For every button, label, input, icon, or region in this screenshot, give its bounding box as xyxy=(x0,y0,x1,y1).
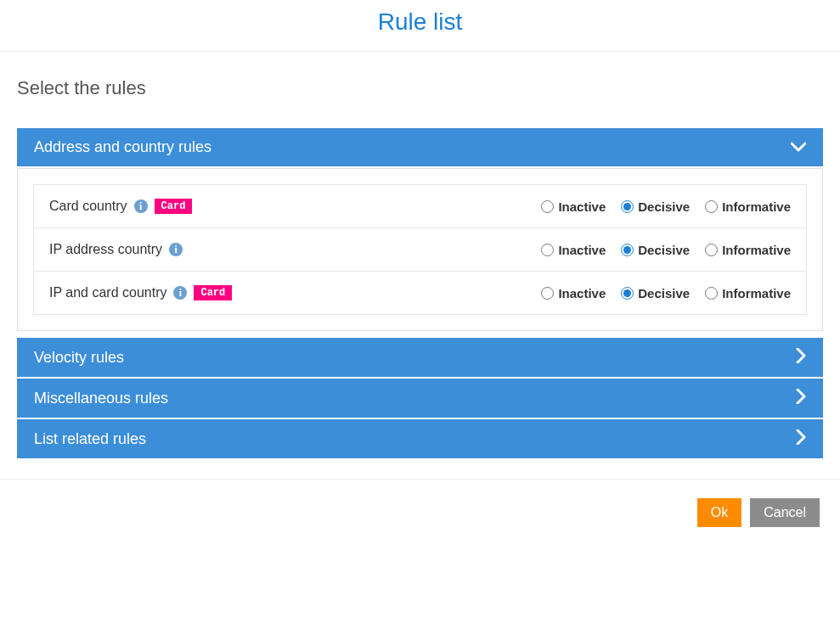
radio-inactive[interactable] xyxy=(541,287,554,300)
ok-button[interactable]: Ok xyxy=(697,498,741,527)
rule-row: Card countryiCardInactiveDecisiveInforma… xyxy=(33,184,807,228)
info-icon[interactable]: i xyxy=(134,199,148,213)
radio-informative[interactable] xyxy=(705,287,718,300)
radio-label: Informative xyxy=(722,199,791,214)
radio-option-informative[interactable]: Informative xyxy=(705,286,791,300)
radio-option-decisive[interactable]: Decisive xyxy=(621,243,690,257)
rule-label: IP address country xyxy=(49,242,162,257)
radio-inactive[interactable] xyxy=(541,200,554,213)
section-header-list-related[interactable]: List related rules xyxy=(17,419,823,458)
radio-option-inactive[interactable]: Inactive xyxy=(541,199,606,214)
radio-option-decisive[interactable]: Decisive xyxy=(621,286,690,300)
rule-row: IP and card countryiCardInactiveDecisive… xyxy=(33,271,807,315)
card-badge: Card xyxy=(155,199,193,214)
section-header-label: Miscellaneous rules xyxy=(34,390,168,407)
info-icon[interactable]: i xyxy=(173,286,187,300)
radio-decisive[interactable] xyxy=(621,244,634,256)
radio-option-informative[interactable]: Informative xyxy=(705,199,791,214)
section-header-label: Address and country rules xyxy=(34,138,211,156)
radio-option-informative[interactable]: Informative xyxy=(705,243,791,257)
content: Select the rules Address and country rul… xyxy=(0,52,840,479)
section-header-misc[interactable]: Miscellaneous rules xyxy=(17,379,823,418)
page-title: Rule list xyxy=(0,8,840,36)
card-badge: Card xyxy=(194,285,232,300)
rule-label: Card country xyxy=(49,199,127,214)
rule-options: InactiveDecisiveInformative xyxy=(541,286,791,300)
radio-label: Inactive xyxy=(558,286,606,300)
rule-row: IP address countryiInactiveDecisiveInfor… xyxy=(33,227,807,272)
radio-decisive[interactable] xyxy=(621,200,634,213)
radio-label: Informative xyxy=(722,243,791,257)
radio-label: Inactive xyxy=(558,243,606,257)
radio-informative[interactable] xyxy=(705,200,718,213)
radio-informative[interactable] xyxy=(705,244,718,256)
cancel-button[interactable]: Cancel xyxy=(750,498,820,527)
section-header-label: Velocity rules xyxy=(34,349,124,367)
chevron-down-icon xyxy=(791,140,806,155)
radio-label: Decisive xyxy=(638,243,690,257)
rule-label-wrap: Card countryiCard xyxy=(49,199,192,214)
chevron-right-icon xyxy=(796,429,806,448)
chevron-right-icon xyxy=(796,348,806,367)
sections-container: Address and country rulesCard countryiCa… xyxy=(17,128,823,458)
page-subtitle: Select the rules xyxy=(17,77,823,99)
radio-decisive[interactable] xyxy=(621,287,634,300)
rule-label-wrap: IP and card countryiCard xyxy=(49,285,232,300)
radio-inactive[interactable] xyxy=(541,244,554,256)
radio-label: Informative xyxy=(722,286,791,300)
rule-label: IP and card country xyxy=(49,285,166,300)
radio-label: Decisive xyxy=(638,199,690,214)
rule-options: InactiveDecisiveInformative xyxy=(541,243,791,257)
chevron-right-icon xyxy=(796,389,806,407)
rule-label-wrap: IP address countryi xyxy=(49,242,183,257)
radio-option-decisive[interactable]: Decisive xyxy=(621,199,690,214)
info-icon[interactable]: i xyxy=(169,243,183,256)
section-header-velocity[interactable]: Velocity rules xyxy=(17,338,823,377)
footer: Ok Cancel xyxy=(0,479,840,536)
section-header-label: List related rules xyxy=(34,430,146,448)
radio-option-inactive[interactable]: Inactive xyxy=(541,286,606,300)
radio-label: Inactive xyxy=(558,199,606,214)
radio-option-inactive[interactable]: Inactive xyxy=(541,243,606,257)
section-body-address: Card countryiCardInactiveDecisiveInforma… xyxy=(17,168,823,331)
page-header: Rule list xyxy=(0,0,840,52)
radio-label: Decisive xyxy=(638,286,690,300)
section-header-address[interactable]: Address and country rules xyxy=(17,128,823,166)
rule-options: InactiveDecisiveInformative xyxy=(541,199,791,214)
